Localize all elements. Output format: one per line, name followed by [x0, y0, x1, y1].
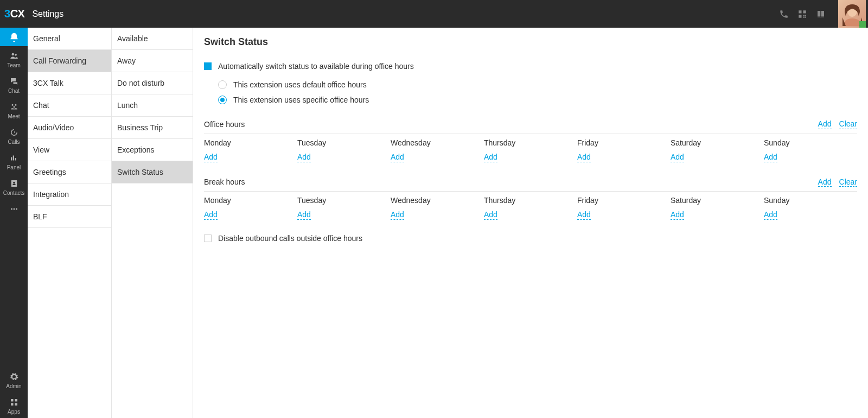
- break-hours-add-all[interactable]: Add: [818, 178, 832, 187]
- break-day-tuesday-add[interactable]: Add: [297, 210, 311, 220]
- svg-point-9: [15, 54, 17, 56]
- svg-rect-13: [11, 157, 12, 161]
- office-day-thursday-label: Thursday: [484, 138, 577, 147]
- break-day-saturday-label: Saturday: [671, 196, 764, 205]
- office-day-tuesday: Tuesday Add: [297, 138, 391, 162]
- svg-rect-15: [15, 158, 16, 161]
- break-day-saturday-add[interactable]: Add: [671, 210, 684, 220]
- svg-rect-1: [803, 10, 806, 13]
- radio-specific-hours-label: This extension uses specific office hour…: [233, 96, 369, 104]
- office-day-friday-label: Friday: [577, 138, 671, 147]
- office-hours-add-all[interactable]: Add: [818, 119, 832, 129]
- office-day-monday-add[interactable]: Add: [204, 153, 218, 162]
- office-day-saturday-add[interactable]: Add: [671, 153, 684, 162]
- office-hours-radio-group: This extension uses default office hours…: [204, 77, 857, 107]
- status-nav-switch-status[interactable]: Switch Status: [112, 161, 193, 183]
- disable-outbound-checkbox[interactable]: [204, 235, 212, 242]
- book-icon[interactable]: [815, 9, 826, 20]
- svg-rect-0: [799, 10, 801, 13]
- radio-default-hours[interactable]: [218, 80, 227, 89]
- settings-nav-call-forwarding[interactable]: Call Forwarding: [28, 50, 111, 72]
- radio-default-hours-label: This extension uses default office hours: [233, 80, 367, 89]
- rail-admin[interactable]: Admin: [0, 367, 28, 392]
- status-nav-exceptions[interactable]: Exceptions: [112, 139, 193, 161]
- dial-icon[interactable]: [778, 9, 789, 20]
- break-day-monday-add[interactable]: Add: [204, 210, 218, 220]
- logo-cx: CX: [10, 8, 25, 20]
- office-day-saturday: Saturday Add: [671, 138, 764, 162]
- status-nav-dnd[interactable]: Do not disturb: [112, 72, 193, 94]
- break-hours-clear[interactable]: Clear: [839, 178, 857, 187]
- logo-three: 3: [4, 8, 10, 20]
- avatar[interactable]: [838, 0, 866, 28]
- office-day-saturday-label: Saturday: [671, 138, 764, 147]
- rail-chat[interactable]: Chat: [0, 72, 28, 97]
- break-hours-header: Break hours Add Clear: [204, 174, 857, 192]
- office-day-monday: Monday Add: [204, 138, 297, 162]
- qr-icon[interactable]: [797, 9, 808, 20]
- office-day-sunday-add[interactable]: Add: [764, 153, 777, 162]
- office-day-tuesday-label: Tuesday: [297, 138, 391, 147]
- settings-nav-view[interactable]: View: [28, 139, 111, 161]
- status-nav-lunch[interactable]: Lunch: [112, 94, 193, 117]
- office-day-monday-label: Monday: [204, 138, 297, 147]
- svg-rect-5: [803, 16, 805, 17]
- svg-point-20: [16, 208, 17, 210]
- break-day-monday: Monday Add: [204, 196, 297, 220]
- svg-rect-4: [805, 16, 806, 17]
- calls-icon: [9, 127, 20, 138]
- panel-icon: [9, 153, 20, 163]
- rail-chat-label: Chat: [8, 88, 20, 94]
- break-day-wednesday-add[interactable]: Add: [391, 210, 404, 220]
- settings-nav-integration[interactable]: Integration: [28, 183, 111, 206]
- office-day-wednesday: Wednesday Add: [391, 138, 484, 162]
- rail-contacts[interactable]: Contacts: [0, 174, 28, 199]
- rail-meet-label: Meet: [8, 114, 20, 119]
- office-day-tuesday-add[interactable]: Add: [297, 153, 311, 162]
- rail-calls[interactable]: Calls: [0, 123, 28, 148]
- settings-nav-general[interactable]: General: [28, 28, 111, 50]
- gear-icon: [9, 371, 20, 382]
- break-day-saturday: Saturday Add: [671, 196, 764, 220]
- office-day-friday-add[interactable]: Add: [577, 153, 591, 162]
- office-day-wednesday-add[interactable]: Add: [391, 153, 404, 162]
- rail-panel[interactable]: Panel: [0, 148, 28, 174]
- settings-nav-3cx-talk[interactable]: 3CX Talk: [28, 72, 111, 94]
- auto-switch-checkbox[interactable]: [204, 62, 212, 70]
- rail-apps[interactable]: Apps: [0, 392, 28, 418]
- office-hours-header: Office hours Add Clear: [204, 116, 857, 134]
- office-day-thursday: Thursday Add: [484, 138, 577, 162]
- rail-more[interactable]: [0, 199, 28, 218]
- settings-nav-greetings[interactable]: Greetings: [28, 161, 111, 183]
- break-day-thursday: Thursday Add: [484, 196, 577, 220]
- rail-meet[interactable]: Meet: [0, 97, 28, 123]
- settings-nav-blf[interactable]: BLF: [28, 206, 111, 228]
- left-rail: Team Chat Meet Calls Panel: [0, 28, 28, 418]
- break-day-thursday-label: Thursday: [484, 196, 577, 205]
- rail-notifications[interactable]: [0, 28, 28, 46]
- break-day-friday-add[interactable]: Add: [577, 210, 591, 220]
- office-hours-clear[interactable]: Clear: [839, 119, 857, 129]
- break-day-sunday-add[interactable]: Add: [764, 210, 777, 220]
- radio-specific-hours[interactable]: [218, 96, 227, 104]
- rail-team[interactable]: Team: [0, 46, 28, 72]
- break-day-monday-label: Monday: [204, 196, 297, 205]
- status-nav-business-trip[interactable]: Business Trip: [112, 117, 193, 139]
- settings-nav-audio-video[interactable]: Audio/Video: [28, 117, 111, 139]
- settings-nav-chat[interactable]: Chat: [28, 94, 111, 117]
- rail-panel-label: Panel: [7, 165, 21, 170]
- svg-point-19: [13, 208, 15, 210]
- meet-icon: [9, 102, 20, 112]
- radio-specific-hours-row: This extension uses specific office hour…: [218, 92, 857, 107]
- status-nav-away[interactable]: Away: [112, 50, 193, 72]
- status-nav-available[interactable]: Available: [112, 28, 193, 50]
- svg-rect-21: [11, 399, 14, 402]
- break-day-thursday-add[interactable]: Add: [484, 210, 497, 220]
- office-day-thursday-add[interactable]: Add: [484, 153, 497, 162]
- logo[interactable]: 3CX: [4, 8, 24, 20]
- rail-calls-label: Calls: [8, 140, 20, 145]
- disable-outbound-row: Disable outbound calls outside office ho…: [204, 232, 857, 243]
- disable-outbound-label: Disable outbound calls outside office ho…: [218, 234, 362, 243]
- rail-admin-label: Admin: [6, 384, 21, 389]
- contacts-icon: [9, 178, 20, 189]
